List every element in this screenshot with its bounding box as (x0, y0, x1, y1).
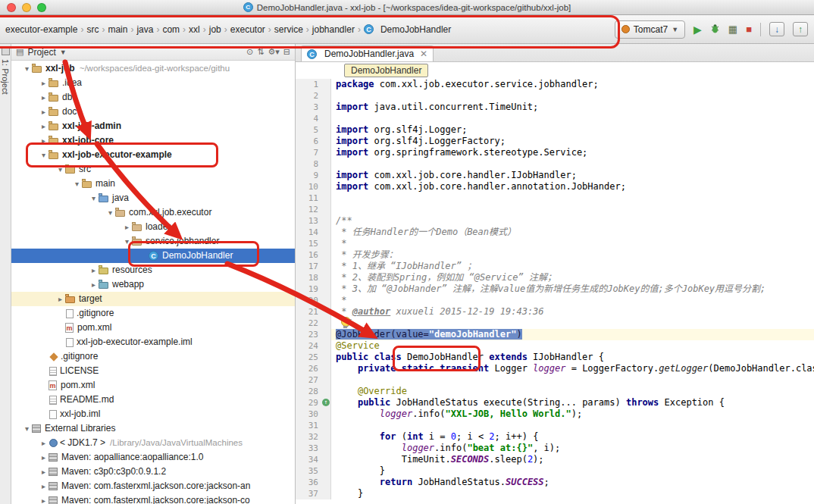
tree-item[interactable]: ▸xxl-job-admin (11, 119, 295, 133)
close-icon[interactable]: ✕ (420, 49, 427, 58)
breadcrumb-item[interactable]: executor (228, 23, 268, 36)
breadcrumb-item[interactable]: job (207, 23, 224, 36)
tree-toggle-arrow[interactable]: ▾ (89, 191, 99, 205)
tree-item[interactable]: ▾xxl-job-executor-example (11, 148, 295, 162)
code-line: 4 (296, 113, 814, 124)
tree-item[interactable]: .gitignore (11, 306, 295, 321)
tree-item[interactable]: xxl-job.iml (11, 407, 295, 421)
toolbar-separator (760, 23, 761, 36)
code-area[interactable]: 1package com.xxl.job.executor.service.jo… (296, 79, 814, 504)
code-text: public JobHandleStatus execute(String...… (331, 397, 814, 409)
tree-toggle-arrow[interactable]: ▸ (39, 465, 49, 479)
tree-item[interactable]: ▸resources (11, 263, 295, 277)
tree-item-label: java (112, 191, 129, 205)
tree-toggle-arrow[interactable]: ▾ (72, 177, 82, 191)
hide-panel-button[interactable]: ⊟ (283, 47, 290, 57)
project-tool-tab[interactable]: 1: Project (1, 59, 10, 94)
chevron-down-icon[interactable]: ▼ (60, 49, 67, 56)
tree-toggle-arrow[interactable]: ▾ (22, 61, 32, 76)
gutter-marker (321, 477, 331, 488)
coverage-button[interactable]: ▦ (728, 24, 737, 35)
locate-button[interactable]: ⊙ (246, 47, 253, 57)
close-window-button[interactable] (7, 3, 16, 12)
tree-item[interactable]: ▸Maven: com.fasterxml.jackson.core:jacks… (11, 479, 295, 493)
tree-toggle-arrow[interactable]: ▾ (55, 162, 65, 177)
zoom-window-button[interactable] (37, 3, 46, 12)
code-line: 8 (296, 158, 814, 170)
tree-toggle-arrow[interactable]: ▸ (39, 105, 49, 119)
settings-button[interactable]: ⚙▾ (268, 47, 279, 57)
tree-item[interactable]: README.md (11, 393, 295, 407)
project-panel-title[interactable]: Project (27, 47, 55, 58)
tree-item[interactable]: ▾service.jobhandler (11, 234, 295, 249)
tree-item[interactable]: ▸Maven: com.fasterxml.jackson.core:jacks… (11, 493, 295, 504)
tree-toggle-arrow[interactable]: ▸ (39, 493, 49, 504)
run-config-selector[interactable]: Tomcat7 ▼ (615, 20, 685, 39)
tree-toggle-arrow[interactable]: ▾ (39, 148, 49, 162)
breadcrumb-item[interactable]: jobhandler (310, 23, 357, 36)
tree-toggle-arrow[interactable]: ▸ (89, 277, 99, 292)
breadcrumb-item[interactable]: com (160, 23, 182, 36)
breadcrumb-item[interactable]: xxl (186, 23, 202, 36)
run-button[interactable]: ▶ (693, 24, 702, 35)
tree-item[interactable]: ▾External Libraries (11, 421, 295, 436)
tree-toggle-arrow[interactable]: ▸ (122, 220, 132, 234)
tree-item[interactable]: ▸.idea (11, 76, 295, 90)
tree-item[interactable]: xxl-job-executor-example.iml (11, 335, 295, 349)
tree-toggle-arrow[interactable]: ▾ (105, 205, 115, 220)
breadcrumb-item[interactable]: main (105, 23, 130, 36)
gutter-marker (321, 295, 331, 306)
tree-item[interactable]: ▸doc (11, 105, 295, 119)
tree-item[interactable]: ▾xxl-job~/workspaces/idea-git-workspace/… (11, 61, 295, 76)
tree-item[interactable]: ▸db (11, 90, 295, 105)
tree-toggle-arrow[interactable]: ▸ (55, 292, 65, 306)
breadcrumb-item[interactable]: CDemoJobHandler (362, 23, 453, 36)
tree-item[interactable]: ▸Maven: c3p0:c3p0:0.9.1.2 (11, 465, 295, 479)
tree-toggle-arrow[interactable]: ▾ (22, 421, 32, 436)
tree-item[interactable]: ▸loader (11, 220, 295, 234)
gutter-marker (321, 340, 331, 352)
breadcrumb-item[interactable]: service (272, 23, 305, 36)
gutter-marker (321, 227, 331, 238)
tree-item-label: xxl-job-executor-example (62, 148, 172, 162)
tree-toggle-arrow[interactable]: ▸ (39, 436, 49, 450)
tree-item[interactable]: mpom.xml (11, 378, 295, 393)
tree-toggle-arrow[interactable]: ▸ (39, 133, 49, 148)
tree-item[interactable]: ▸Maven: aopalliance:aopalliance:1.0 (11, 450, 295, 465)
tree-toggle-arrow[interactable]: ▸ (39, 119, 49, 133)
breadcrumb-item[interactable]: src (84, 23, 101, 36)
tree-item[interactable]: ▾com.xxl.job.executor (11, 205, 295, 220)
debug-button[interactable] (710, 23, 720, 35)
collapse-all-button[interactable]: ⇅ (257, 47, 264, 57)
tree-item[interactable]: .gitignore (11, 349, 295, 364)
stop-button[interactable]: ■ (746, 24, 752, 35)
tree-item[interactable]: ▾src (11, 162, 295, 177)
tree-item[interactable]: LICENSE (11, 364, 295, 378)
tree-item[interactable]: CDemoJobHandler (11, 249, 295, 263)
tree-toggle-arrow[interactable]: ▸ (39, 90, 49, 105)
minimize-window-button[interactable] (22, 3, 31, 12)
tree-toggle-arrow[interactable]: ▸ (39, 479, 49, 493)
tree-toggle-arrow[interactable]: ▸ (39, 76, 49, 90)
tree-item[interactable]: ▾java (11, 191, 295, 205)
intention-bulb-icon[interactable] (341, 317, 351, 327)
vcs-commit-button[interactable]: ↑ (793, 22, 808, 36)
tree-toggle-arrow[interactable]: ▸ (39, 450, 49, 465)
line-number: 8 (296, 158, 321, 170)
tree-item[interactable]: ▸target (11, 292, 295, 306)
tree-toggle-arrow[interactable]: ▸ (89, 263, 99, 277)
tree-item[interactable]: ▸< JDK1.7 >/Library/Java/JavaVirtualMach… (11, 436, 295, 450)
tree-item[interactable]: ▸xxl-job-core (11, 133, 295, 148)
line-number: 2 (296, 90, 321, 102)
breadcrumb-item[interactable]: java (134, 23, 155, 36)
breadcrumb-item[interactable]: executor-example (3, 23, 80, 36)
code-line: 17 * 1、继承 “IJobHandler” ； (296, 261, 814, 272)
tree-item[interactable]: mpom.xml (11, 321, 295, 335)
vcs-update-button[interactable]: ↓ (769, 22, 784, 36)
tree-toggle-arrow[interactable]: ▾ (122, 234, 132, 249)
override-icon[interactable]: ↑ (322, 399, 330, 406)
tree-item[interactable]: ▸webapp (11, 277, 295, 292)
code-breadcrumb-pill[interactable]: DemoJobHandler (344, 64, 428, 77)
editor-tab[interactable]: C DemoJobHandler.java ✕ (301, 45, 434, 61)
tree-item[interactable]: ▾main (11, 177, 295, 191)
